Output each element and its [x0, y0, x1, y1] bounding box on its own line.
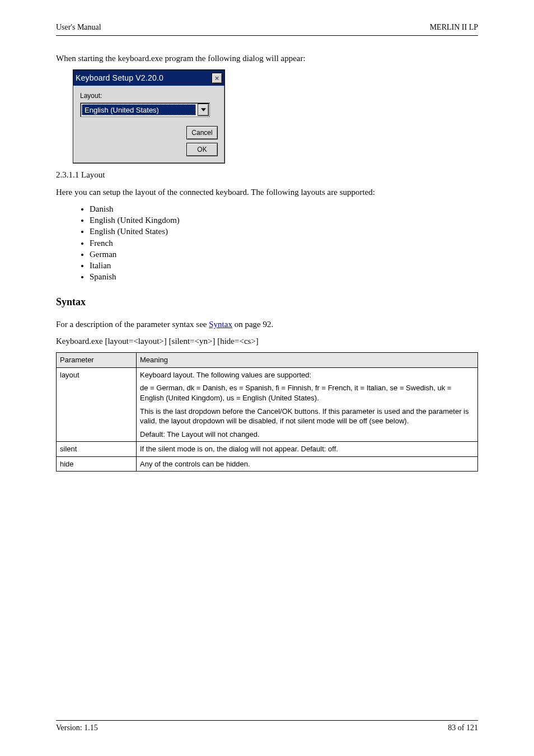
footer-page-number: 83 of 121 [448, 723, 478, 734]
dialog-title: Keyboard Setup V2.20.0 [76, 73, 163, 83]
param-meaning: If the silent mode is on, the dialog wil… [137, 442, 478, 457]
meaning-line: This is the last dropdown before the Can… [140, 407, 474, 426]
param-meaning: Any of the controls can be hidden. [137, 456, 478, 472]
param-meaning: Keyboard layout. The following values ar… [137, 367, 478, 441]
params-table: Parameter Meaning layout Keyboard layout… [56, 352, 478, 472]
list-item: Spanish [90, 271, 478, 282]
list-item: German [90, 249, 478, 260]
layouts-list: Danish English (United Kingdom) English … [90, 203, 478, 283]
syntax-description: For a description of the parameter synta… [56, 319, 478, 330]
header-left: User's Manual [56, 22, 101, 33]
table-header-meaning: Meaning [137, 353, 478, 368]
syntax-command: Keyboard.exe [layout=<layout>] [silent=<… [56, 335, 478, 347]
layout-combobox[interactable]: English (United States) [80, 102, 210, 117]
list-item: Danish [90, 203, 478, 214]
param-name: hide [57, 456, 137, 472]
meaning-line: Any of the controls can be hidden. [140, 459, 474, 469]
list-item: English (United Kingdom) [90, 214, 478, 226]
keyboard-setup-dialog: Keyboard Setup V2.20.0 × Layout: English… [73, 69, 225, 164]
section-body: Here you can setup the layout of the con… [56, 186, 478, 198]
table-row: layout Keyboard layout. The following va… [57, 367, 478, 441]
meaning-line: de = German, dk = Danish, es = Spanish, … [140, 383, 474, 403]
syntax-heading: Syntax [56, 295, 478, 309]
page-footer: Version: 1.15 83 of 121 [56, 720, 478, 734]
footer-rule [56, 720, 478, 721]
dialog-titlebar: Keyboard Setup V2.20.0 × [73, 70, 224, 86]
table-row: hide Any of the controls can be hidden. [57, 456, 478, 472]
dialog-body: Layout: English (United States) Cancel O… [73, 86, 224, 163]
syntax-text-after: on page 92. [232, 320, 273, 329]
svg-marker-0 [201, 109, 206, 111]
intro-paragraph: When starting the keyboard.exe program t… [56, 53, 478, 64]
header-rule [56, 35, 478, 36]
ok-button[interactable]: OK [186, 143, 218, 156]
meaning-line: If the silent mode is on, the dialog wil… [140, 444, 474, 454]
cancel-button[interactable]: Cancel [186, 126, 218, 139]
layout-selected-value: English (United States) [82, 104, 196, 115]
meaning-line: Default: The Layout will not changed. [140, 430, 474, 440]
list-item: English (United States) [90, 226, 478, 237]
syntax-link[interactable]: Syntax [209, 320, 232, 329]
list-item: Italian [90, 260, 478, 271]
list-item: French [90, 237, 478, 249]
table-row: silent If the silent mode is on, the dia… [57, 442, 478, 457]
syntax-text-before: For a description of the parameter synta… [56, 320, 209, 329]
close-icon[interactable]: × [212, 73, 222, 83]
param-name: silent [57, 442, 137, 457]
param-name: layout [57, 367, 137, 441]
footer-version: Version: 1.15 [56, 723, 98, 734]
layout-label: Layout: [80, 91, 218, 100]
meaning-line: Keyboard layout. The following values ar… [140, 370, 474, 380]
header-right: MERLIN II LP [430, 22, 478, 33]
chevron-down-icon[interactable] [198, 104, 209, 116]
section-heading: 2.3.1.1 Layout [56, 169, 478, 180]
table-header-parameter: Parameter [57, 353, 137, 368]
